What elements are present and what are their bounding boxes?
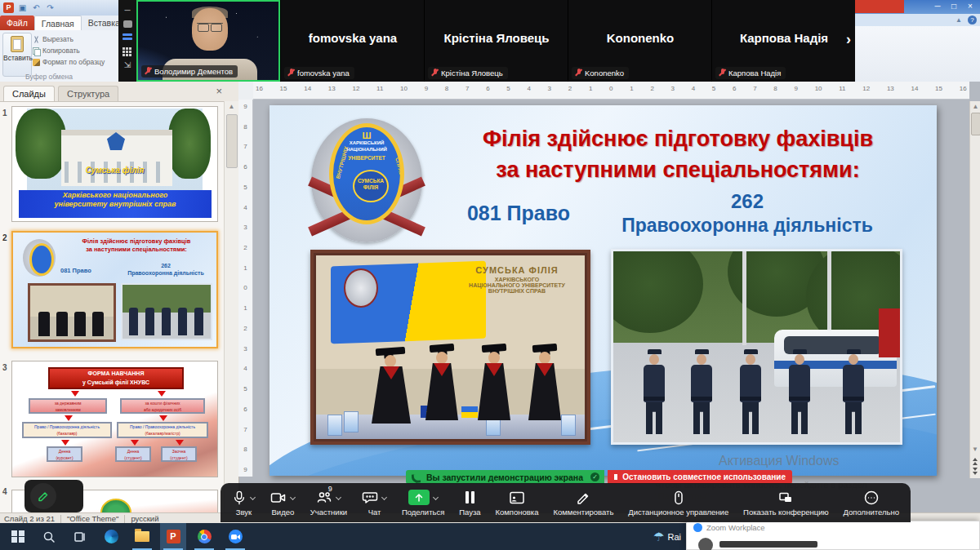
windows-logo-icon xyxy=(11,530,24,543)
close-panel-icon[interactable]: × xyxy=(216,85,222,97)
cut-button[interactable]: Вырезать xyxy=(33,35,74,43)
undo-icon[interactable]: ↶ xyxy=(31,2,42,13)
chevron-down-icon[interactable] xyxy=(433,495,439,500)
participants-count-badge: 9 xyxy=(328,485,332,493)
expand-video-icon[interactable]: ⇲ xyxy=(122,61,132,69)
slide-thumbnail-3[interactable]: ФОРМА НАВЧАННЯу Сумській філії ХНУВС за … xyxy=(11,361,218,477)
format-painter-button[interactable]: Формат по образцу xyxy=(33,58,105,66)
slide-title-line2: за наступними спеціальностями: xyxy=(429,157,927,183)
remote-control-button[interactable]: Дистанционное управление xyxy=(628,490,728,517)
video-strip-controls: ─ ⇲ xyxy=(118,0,136,82)
security-shield-icon[interactable]: ✓ xyxy=(590,472,599,481)
share-button[interactable]: Поделиться xyxy=(402,490,444,517)
maximize-window-icon[interactable]: □ xyxy=(946,0,962,13)
booklet xyxy=(344,411,359,432)
graduate-figure xyxy=(476,343,512,421)
mini-spec1: 081 Право xyxy=(60,267,91,274)
taskbar-zoom[interactable] xyxy=(222,523,248,550)
police-officer-figure xyxy=(737,349,764,434)
pole xyxy=(742,251,746,345)
zoom-toolbar: Звук Видео 9 Участники Чат xyxy=(220,483,911,522)
taskbar-weather[interactable]: ☂ Rai xyxy=(653,523,681,550)
chevron-down-icon[interactable] xyxy=(250,495,256,500)
minimize-video-icon[interactable]: ─ xyxy=(122,7,132,15)
tab-slides[interactable]: Слайды xyxy=(3,86,55,101)
save-icon[interactable]: ▣ xyxy=(17,2,28,13)
taskbar-powerpoint[interactable]: P xyxy=(160,523,186,550)
mic-muted-icon xyxy=(145,67,152,76)
edge-icon xyxy=(105,530,118,543)
next-slide-button[interactable] xyxy=(973,468,978,475)
participant-tile[interactable]: Крістіна Яловець Крістіна Яловець xyxy=(424,0,568,82)
participant-tile[interactable]: fomovska yana fomovska yana xyxy=(280,0,425,82)
zoom-icon xyxy=(693,523,702,532)
more-button[interactable]: Дополнительно xyxy=(844,490,899,517)
collapse-ribbon-icon[interactable]: ▲ xyxy=(956,16,962,24)
share-screen-icon xyxy=(408,490,430,505)
zoom-workplace-popup[interactable]: Zoom Workplace xyxy=(686,521,980,550)
red-vehicle xyxy=(879,308,900,357)
paste-button[interactable]: Вставить xyxy=(2,33,32,77)
mini-title: Філія здійснює підготовку фахівцівза нас… xyxy=(60,237,212,254)
chat-button[interactable]: Чат xyxy=(362,490,387,517)
scroll-up-icon[interactable]: ▲ xyxy=(225,101,238,113)
slide1-caption: Сумська філія xyxy=(27,166,203,175)
language-indicator[interactable]: русский xyxy=(131,514,158,523)
previous-slide-button[interactable] xyxy=(973,458,978,465)
booklet xyxy=(327,415,342,436)
chrome-icon xyxy=(198,530,212,543)
slide-title-line1: Філія здійснює підготовку фахівців xyxy=(429,126,927,152)
single-view-icon[interactable] xyxy=(123,20,132,28)
video-button[interactable]: Видео xyxy=(270,490,296,517)
layout-button[interactable]: Компоновка xyxy=(496,490,539,517)
participant-tile[interactable]: Kononenko Kononenko xyxy=(568,0,712,82)
taskbar-chrome[interactable] xyxy=(191,523,217,550)
chevron-down-icon[interactable] xyxy=(381,495,387,500)
show-meeting-button[interactable]: Показать конференцию xyxy=(743,490,829,517)
strip-view-icon[interactable] xyxy=(122,33,132,42)
search-button[interactable] xyxy=(36,523,62,550)
chevron-down-icon[interactable] xyxy=(336,495,341,500)
taskbar-edge[interactable] xyxy=(98,523,124,550)
annotate-button[interactable]: Комментировать xyxy=(553,490,613,517)
panel-scrollbar[interactable]: ▲ xyxy=(224,101,238,512)
powerpoint-icon: P xyxy=(3,2,14,13)
help-icon[interactable]: ? xyxy=(968,16,977,24)
close-window-icon[interactable]: × xyxy=(962,0,978,13)
tab-outline[interactable]: Структура xyxy=(58,86,118,101)
participants-button[interactable]: 9 Участники xyxy=(310,490,347,517)
annotation-tools-overlay[interactable] xyxy=(24,480,83,512)
scroll-up-icon[interactable]: ▲ xyxy=(970,101,980,113)
self-name-label: Володимир Дементов xyxy=(141,65,238,78)
redo-icon[interactable]: ↷ xyxy=(45,2,56,13)
participant-tile[interactable]: Карпова Надія Карпова Надія › xyxy=(711,0,856,82)
share-banner-text: Вы запустили демонстрацию экрана xyxy=(424,472,586,482)
tab-file[interactable]: Файл xyxy=(0,16,34,32)
slide-thumbnail-2-selected[interactable]: Філія здійснює підготовку фахівцівза нас… xyxy=(11,231,218,348)
pause-share-button[interactable]: Пауза xyxy=(459,490,480,517)
scroll-thumb[interactable] xyxy=(226,114,238,168)
audio-button[interactable]: Звук xyxy=(232,490,256,517)
minimize-window-icon[interactable]: ─ xyxy=(929,0,946,13)
taskbar-explorer[interactable] xyxy=(129,523,155,550)
windows-stack-icon xyxy=(777,490,794,506)
paste-label: Вставить xyxy=(3,54,31,62)
chevron-down-icon[interactable] xyxy=(290,495,296,500)
scroll-down-icon[interactable]: ▼ xyxy=(970,444,980,455)
camera-icon xyxy=(270,490,287,506)
scroll-thumb[interactable] xyxy=(971,113,980,135)
slide-thumbnail-1[interactable]: Сумська філія Харківського національного… xyxy=(11,106,218,222)
gallery-view-icon[interactable] xyxy=(122,47,132,55)
next-participants-chevron-icon[interactable]: › xyxy=(846,31,851,48)
stop-share-button[interactable]: Остановить совместное использование xyxy=(608,470,792,484)
thumbnail-number: 3 xyxy=(2,363,7,372)
main-scrollbar[interactable]: ▲ xyxy=(969,101,980,442)
copy-button[interactable]: Копировать xyxy=(33,47,80,55)
slide-nav-buttons: ▼ xyxy=(969,442,980,478)
slide-canvas[interactable]: Ш ХАРКІВСЬКИЙ НАЦІОНАЛЬНИЙ УНІВЕРСИТЕТ С… xyxy=(270,105,937,476)
phone-icon xyxy=(411,473,419,481)
start-button[interactable] xyxy=(5,523,31,550)
vertical-ruler: 9876543210123456789 xyxy=(238,100,253,477)
task-view-button[interactable] xyxy=(67,523,93,550)
self-view-video[interactable]: Володимир Дементов xyxy=(136,0,280,82)
